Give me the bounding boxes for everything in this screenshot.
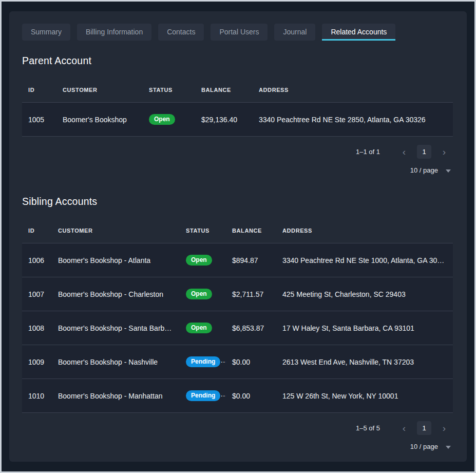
cell-status: Open: [143, 103, 195, 137]
column-header-status: STATUS: [143, 77, 195, 103]
cell-address: 17 W Haley St, Santa Barbara, CA 93101: [276, 311, 453, 345]
column-header-customer: CUSTOMER: [56, 77, 143, 103]
table-header-row: IDCUSTOMERSTATUSBALANCEADDRESS: [22, 218, 453, 243]
pagination-range: 1–1 of 1: [356, 148, 380, 156]
section-title-sibling-accounts: Sibling Accounts: [22, 196, 453, 207]
cell-status: Open: [180, 243, 226, 277]
status-badge: Pending: [186, 356, 220, 367]
tab-related-accounts[interactable]: Related Accounts: [322, 24, 395, 41]
column-header-status: STATUS: [180, 218, 226, 243]
sibling-accounts-pagination: 1–5 of 5 ‹ 1 › 10 / page: [22, 421, 453, 450]
cell-balance: $894.87: [226, 243, 276, 277]
page-size-label: 10 / page: [410, 443, 438, 450]
cell-id: 1009: [22, 345, 52, 379]
pagination-next-button[interactable]: ›: [437, 145, 451, 159]
cell-address: 3340 Peachtree Rd NE Ste 2850, Atlanta, …: [253, 103, 453, 137]
pagination-page-button[interactable]: 1: [417, 421, 431, 435]
page-size-select[interactable]: 10 / page: [410, 443, 451, 450]
column-header-id: ID: [22, 77, 56, 103]
table-row[interactable]: 1007Boomer's Bookshop - CharlestonOpen$2…: [22, 277, 453, 311]
cell-address: 125 W 26th St, New York, NY 10001: [276, 379, 453, 413]
table-row[interactable]: 1006Boomer's Bookshop - AtlantaOpen$894.…: [22, 243, 453, 277]
column-header-balance: BALANCE: [195, 77, 253, 103]
tab-contacts[interactable]: Contacts: [158, 24, 204, 41]
caret-down-icon: [446, 169, 451, 173]
cell-customer: Boomer's Bookshop: [56, 103, 143, 137]
parent-account-pagination: 1–1 of 1 ‹ 1 › 10 / page: [22, 145, 453, 174]
column-header-customer: CUSTOMER: [52, 218, 180, 243]
cell-id: 1010: [22, 379, 52, 413]
cell-status: Pending: [180, 379, 226, 413]
cell-id: 1008: [22, 311, 52, 345]
page-size-select[interactable]: 10 / page: [410, 166, 451, 174]
column-header-id: ID: [22, 218, 52, 243]
cell-customer: Boomer's Bookshop - Nashville: [52, 345, 180, 379]
cell-id: 1007: [22, 277, 52, 311]
cell-status: Open: [180, 311, 226, 345]
pagination-page-button[interactable]: 1: [417, 145, 431, 159]
section-title-parent-account: Parent Account: [22, 55, 453, 67]
status-badge: Open: [186, 289, 212, 299]
cell-address: 2613 West End Ave, Nashville, TN 37203: [276, 345, 453, 379]
cell-balance: $0.00: [226, 379, 276, 413]
column-header-address: ADDRESS: [276, 218, 453, 243]
cell-status: Pending: [180, 345, 226, 379]
tab-journal[interactable]: Journal: [274, 24, 315, 41]
page-size-label: 10 / page: [410, 166, 438, 174]
pagination-prev-button[interactable]: ‹: [397, 145, 411, 159]
column-header-address: ADDRESS: [253, 77, 453, 103]
cell-status: Open: [180, 277, 226, 311]
pagination-next-button[interactable]: ›: [437, 422, 451, 435]
cell-id: 1006: [22, 243, 52, 277]
cell-balance: $0.00: [226, 345, 276, 379]
table-header-row: IDCUSTOMERSTATUSBALANCEADDRESS: [22, 77, 453, 103]
table-row[interactable]: 1010Boomer's Bookshop - ManhattanPending…: [22, 379, 453, 413]
cell-customer: Boomer's Bookshop - Manhattan: [52, 379, 180, 413]
cell-customer: Boomer's Bookshop - Atlanta: [52, 243, 180, 277]
cell-id: 1005: [22, 103, 56, 137]
pagination-range: 1–5 of 5: [356, 424, 380, 432]
parent-account-table: IDCUSTOMERSTATUSBALANCEADDRESS 1005Boome…: [22, 77, 453, 137]
cell-customer: Boomer's Bookshop - Santa Barbara: [52, 311, 180, 345]
caret-down-icon: [446, 446, 451, 449]
status-badge: Open: [186, 323, 212, 333]
table-row[interactable]: 1005Boomer's BookshopOpen$29,136.403340 …: [22, 103, 453, 137]
tab-portal-users[interactable]: Portal Users: [211, 24, 268, 41]
table-row[interactable]: 1009Boomer's Bookshop - NashvillePending…: [22, 345, 453, 379]
cell-customer: Boomer's Bookshop - Charleston: [52, 277, 180, 311]
column-header-balance: BALANCE: [226, 218, 276, 243]
pagination-prev-button[interactable]: ‹: [397, 422, 411, 435]
cell-address: 425 Meeting St, Charleston, SC 29403: [276, 277, 453, 311]
related-accounts-panel: SummaryBilling InformationContactsPortal…: [9, 11, 467, 462]
cell-balance: $2,711.57: [226, 277, 276, 311]
status-badge: Pending: [186, 390, 220, 401]
tab-billing-information[interactable]: Billing Information: [77, 24, 151, 41]
sibling-accounts-table: IDCUSTOMERSTATUSBALANCEADDRESS 1006Boome…: [22, 218, 453, 413]
status-badge: Open: [186, 255, 212, 266]
cell-balance: $6,853.87: [226, 311, 276, 345]
cell-address: 3340 Peachtree Rd NE Ste 1000, Atlanta, …: [276, 243, 453, 277]
tab-summary[interactable]: Summary: [22, 24, 70, 41]
cell-balance: $29,136.40: [195, 103, 253, 137]
tab-bar: SummaryBilling InformationContactsPortal…: [22, 24, 453, 41]
status-badge: Open: [149, 114, 175, 125]
table-row[interactable]: 1008Boomer's Bookshop - Santa BarbaraOpe…: [22, 311, 453, 345]
